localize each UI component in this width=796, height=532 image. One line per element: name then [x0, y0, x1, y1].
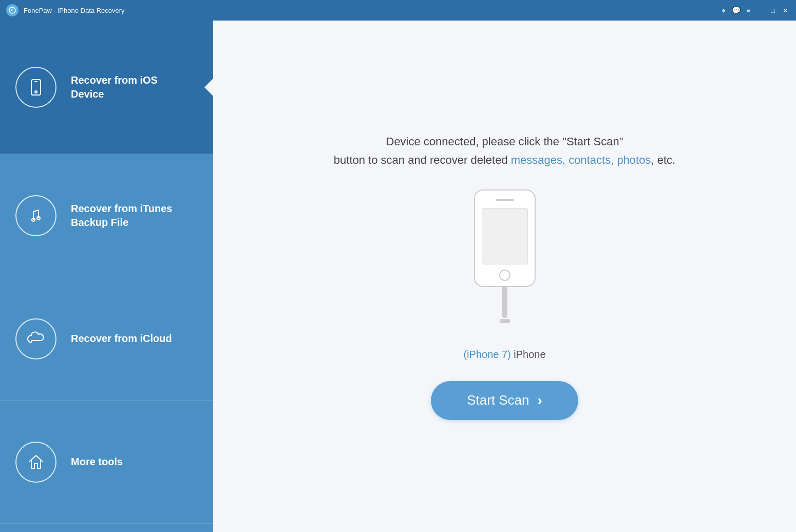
device-model: (iPhone 7) [463, 349, 510, 360]
sidebar-item-itunes[interactable]: Recover from iTunes Backup File [0, 154, 213, 277]
start-scan-label: Start Scan [467, 392, 529, 408]
instruction-line2-post: , etc. [651, 154, 675, 166]
instruction-text: Device connected, please click the "Star… [334, 132, 675, 168]
itunes-icon-circle [15, 195, 56, 236]
sidebar-item-more-tools[interactable]: More tools [0, 401, 213, 524]
more-tools-icon-circle [15, 442, 56, 483]
instruction-line2-pre: button to scan and recover deleted [334, 154, 511, 166]
phone-screen [482, 208, 528, 264]
close-button[interactable]: ✕ [781, 6, 790, 15]
app-body: Recover from iOS Device Recover from iTu… [0, 21, 796, 532]
window-title: FonePaw - iPhone Data Recovery [24, 7, 719, 14]
sidebar-label-icloud: Recover from iCloud [71, 332, 172, 346]
menu-icon[interactable]: ≡ [744, 6, 753, 15]
sidebar-item-icloud[interactable]: Recover from iCloud [0, 277, 213, 401]
sidebar-label-itunes: Recover from iTunes Backup File [71, 202, 172, 230]
active-indicator [204, 78, 214, 97]
maximize-button[interactable]: □ [768, 6, 778, 15]
window-controls: ♦ 💬 ≡ — □ ✕ [719, 6, 790, 15]
sidebar: Recover from iOS Device Recover from iTu… [0, 21, 213, 532]
chevron-right-icon: › [538, 392, 542, 409]
sidebar-label-ios-device: Recover from iOS Device [71, 73, 158, 101]
device-label: (iPhone 7) iPhone [463, 349, 545, 360]
svg-point-4 [35, 91, 37, 93]
phone-home-button [499, 270, 510, 281]
sidebar-item-ios-device[interactable]: Recover from iOS Device [0, 21, 213, 154]
phone-speaker [496, 199, 514, 201]
chat-icon[interactable]: 💬 [731, 6, 741, 15]
svg-text:F: F [11, 9, 13, 12]
sidebar-label-more-tools: More tools [71, 455, 123, 469]
device-type: iPhone [511, 349, 546, 360]
phone-illustration [474, 189, 536, 323]
instruction-links: messages, contacts, photos [511, 154, 651, 166]
title-bar: F FonePaw - iPhone Data Recovery ♦ 💬 ≡ —… [0, 0, 796, 21]
start-scan-button[interactable]: Start Scan › [431, 381, 578, 420]
phone-cable [502, 287, 507, 318]
diamond-icon[interactable]: ♦ [719, 6, 728, 15]
phone-body [474, 189, 536, 287]
main-content: Device connected, please click the "Star… [213, 21, 796, 532]
minimize-button[interactable]: — [756, 6, 765, 15]
cable-connector [500, 319, 510, 323]
icloud-icon-circle [15, 318, 56, 359]
app-logo: F [6, 4, 18, 16]
ios-device-icon-circle [15, 67, 56, 108]
instruction-line1: Device connected, please click the "Star… [386, 135, 623, 148]
